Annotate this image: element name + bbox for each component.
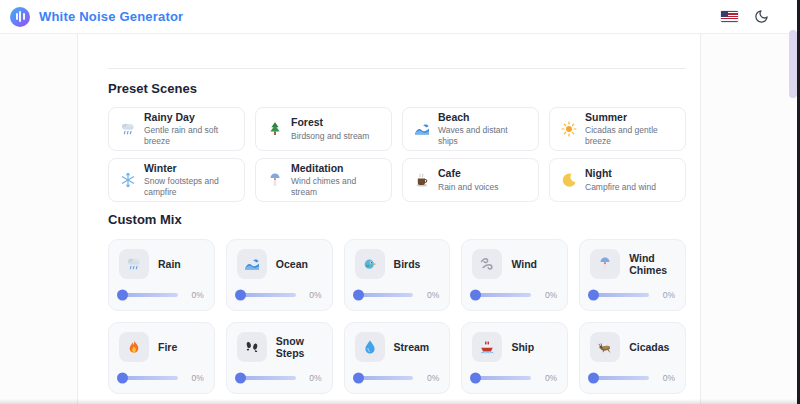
sun-icon xyxy=(560,121,577,138)
page-scrollbar-thumb[interactable] xyxy=(789,30,797,98)
sound-card: Snow Steps 0% xyxy=(226,322,333,394)
preset-card[interactable]: Rainy Day Gentle rain and soft breeze xyxy=(108,107,245,151)
header-actions xyxy=(721,8,770,26)
volume-value: 0% xyxy=(419,290,439,300)
ship-icon xyxy=(472,332,502,362)
main-area: Preset Scenes Rainy Day Gentle rain and … xyxy=(0,34,800,404)
slider-thumb[interactable] xyxy=(117,373,128,384)
volume-slider[interactable]: 0% xyxy=(472,373,557,383)
wind-gust-icon xyxy=(472,249,502,279)
volume-slider[interactable]: 0% xyxy=(472,290,557,300)
slider-thumb[interactable] xyxy=(588,290,599,301)
white-noise-app: White Noise Generator Preset Scenes Rain… xyxy=(0,0,800,404)
preset-name: Cafe xyxy=(438,167,498,180)
volume-slider[interactable]: 0% xyxy=(237,290,322,300)
preset-description: Snow footsteps and campfire xyxy=(144,176,234,198)
slider-thumb[interactable] xyxy=(588,373,599,384)
equalizer-logo-icon xyxy=(10,7,30,27)
volume-value: 0% xyxy=(302,373,322,383)
preset-name: Forest xyxy=(291,116,369,129)
slider-thumb[interactable] xyxy=(470,290,481,301)
preset-description: Birdsong and stream xyxy=(291,131,369,142)
cricket-icon xyxy=(590,332,620,362)
slider-track[interactable] xyxy=(237,376,296,380)
preset-card[interactable]: Winter Snow footsteps and campfire xyxy=(108,158,245,202)
slider-thumb[interactable] xyxy=(117,290,128,301)
sound-card: Rain 0% xyxy=(108,239,215,311)
sound-card: Ocean 0% xyxy=(226,239,333,311)
wind-chime-icon xyxy=(590,249,620,279)
slider-thumb[interactable] xyxy=(470,373,481,384)
slider-track[interactable] xyxy=(237,293,296,297)
sound-card: Wind 0% xyxy=(461,239,568,311)
slider-thumb[interactable] xyxy=(353,290,364,301)
sound-card: Ship 0% xyxy=(461,322,568,394)
sound-label: Birds xyxy=(394,258,421,270)
slider-track[interactable] xyxy=(355,293,414,297)
preset-name: Meditation xyxy=(291,162,381,175)
sound-label: Fire xyxy=(158,341,177,353)
sound-label: Ship xyxy=(511,341,534,353)
slider-thumb[interactable] xyxy=(353,373,364,384)
preset-description: Wind chimes and stream xyxy=(291,176,381,198)
presets-grid: Rainy Day Gentle rain and soft breeze Fo… xyxy=(108,107,686,202)
preset-card[interactable]: Beach Waves and distant ships xyxy=(402,107,539,151)
slider-track[interactable] xyxy=(590,376,649,380)
preset-card[interactable]: Night Campfire and wind xyxy=(549,158,686,202)
wave-icon xyxy=(237,249,267,279)
sound-card: Wind Chimes 0% xyxy=(579,239,686,311)
volume-slider[interactable]: 0% xyxy=(355,290,440,300)
presets-section-title: Preset Scenes xyxy=(108,81,686,96)
volume-slider[interactable]: 0% xyxy=(237,373,322,383)
slider-thumb[interactable] xyxy=(235,290,246,301)
sound-card: Cicadas 0% xyxy=(579,322,686,394)
preset-card[interactable]: Cafe Rain and voices xyxy=(402,158,539,202)
slider-thumb[interactable] xyxy=(235,373,246,384)
sound-label: Wind xyxy=(511,258,537,270)
sound-label: Stream xyxy=(394,341,430,353)
volume-value: 0% xyxy=(184,373,204,383)
preset-card[interactable]: Meditation Wind chimes and stream xyxy=(255,158,392,202)
section-divider xyxy=(108,68,686,69)
volume-value: 0% xyxy=(184,290,204,300)
evergreen-tree-icon xyxy=(266,121,283,138)
sound-card: Stream 0% xyxy=(344,322,451,394)
volume-value: 0% xyxy=(655,290,675,300)
custom-section-title: Custom Mix xyxy=(108,212,686,227)
sound-label: Snow Steps xyxy=(276,335,322,359)
volume-slider[interactable]: 0% xyxy=(119,290,204,300)
slider-track[interactable] xyxy=(119,376,178,380)
preset-name: Summer xyxy=(585,111,675,124)
coffee-icon xyxy=(413,172,430,189)
volume-slider[interactable]: 0% xyxy=(590,373,675,383)
slider-track[interactable] xyxy=(472,293,531,297)
slider-track[interactable] xyxy=(119,293,178,297)
app-header: White Noise Generator xyxy=(0,0,800,34)
volume-slider[interactable]: 0% xyxy=(119,373,204,383)
volume-slider[interactable]: 0% xyxy=(590,290,675,300)
us-flag-icon[interactable] xyxy=(721,11,738,22)
preset-description: Cicadas and gentle breeze xyxy=(585,125,675,147)
content-container: Preset Scenes Rainy Day Gentle rain and … xyxy=(77,34,701,404)
volume-value: 0% xyxy=(419,373,439,383)
volume-value: 0% xyxy=(655,373,675,383)
preset-description: Rain and voices xyxy=(438,182,498,193)
slider-track[interactable] xyxy=(355,376,414,380)
droplet-icon xyxy=(355,332,385,362)
bird-icon xyxy=(355,249,385,279)
preset-name: Beach xyxy=(438,111,528,124)
wind-chime-icon xyxy=(266,172,283,189)
moon-icon xyxy=(754,9,769,24)
preset-name: Rainy Day xyxy=(144,111,234,124)
theme-toggle-button[interactable] xyxy=(752,8,770,26)
volume-slider[interactable]: 0% xyxy=(355,373,440,383)
slider-track[interactable] xyxy=(472,376,531,380)
volume-value: 0% xyxy=(537,290,557,300)
slider-track[interactable] xyxy=(590,293,649,297)
sound-card: Birds 0% xyxy=(344,239,451,311)
sound-label: Rain xyxy=(158,258,181,270)
sound-label: Cicadas xyxy=(629,341,669,353)
preset-card[interactable]: Forest Birdsong and stream xyxy=(255,107,392,151)
volume-value: 0% xyxy=(537,373,557,383)
preset-card[interactable]: Summer Cicadas and gentle breeze xyxy=(549,107,686,151)
